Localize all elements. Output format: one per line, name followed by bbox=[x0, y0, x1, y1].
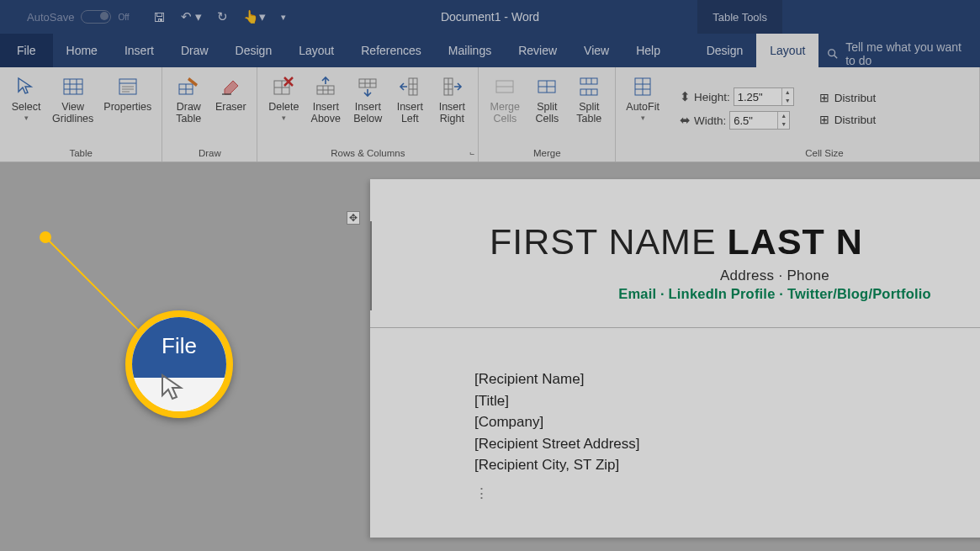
tab-help[interactable]: Help bbox=[622, 34, 674, 67]
height-spin-down[interactable]: ▼ bbox=[782, 97, 793, 105]
autosave-label: AutoSave bbox=[27, 11, 74, 24]
redo-icon[interactable]: ↻ bbox=[217, 9, 228, 24]
width-label: Width: bbox=[694, 114, 726, 127]
split-cells-button[interactable]: Split Cells bbox=[526, 71, 568, 146]
group-draw-label: Draw bbox=[167, 146, 252, 162]
width-spin-down[interactable]: ▼ bbox=[778, 120, 789, 129]
autofit-button[interactable]: AutoFit▾ bbox=[621, 71, 665, 146]
recipient-title-line[interactable]: [Title] bbox=[474, 390, 980, 412]
recipient-city-line[interactable]: [Recipient City, ST Zip] bbox=[474, 454, 980, 476]
col-width-control: ⬌ Width: 6.5" ▲▼ bbox=[680, 111, 794, 130]
tab-layout[interactable]: Layout bbox=[285, 34, 347, 67]
height-spin-up[interactable]: ▲ bbox=[782, 88, 793, 97]
tab-design[interactable]: Design bbox=[222, 34, 286, 67]
svg-point-0 bbox=[829, 50, 835, 56]
width-col-icon: ⬌ bbox=[680, 113, 691, 128]
split-cells-icon bbox=[536, 74, 558, 99]
group-table: Select▾ View Gridlines Properties Table bbox=[0, 67, 162, 162]
group-table-label: Table bbox=[5, 146, 156, 162]
address-phone-line[interactable]: Address · Phone bbox=[490, 268, 980, 284]
group-merge-label: Merge bbox=[484, 146, 610, 162]
delete-table-icon bbox=[273, 74, 294, 99]
tab-references[interactable]: References bbox=[347, 34, 435, 67]
magnified-ribbon-area bbox=[132, 378, 226, 411]
document-title: Document1 - Word bbox=[441, 10, 539, 24]
callout-magnifier: File bbox=[125, 310, 233, 418]
insert-left-button[interactable]: Insert Left bbox=[389, 71, 431, 146]
split-table-button[interactable]: Split Table bbox=[568, 71, 610, 146]
tab-view[interactable]: View bbox=[570, 34, 622, 67]
width-input[interactable]: 6.5" ▲▼ bbox=[729, 111, 790, 130]
overflow-dots-icon: ⋮ bbox=[474, 483, 980, 505]
search-icon bbox=[827, 47, 839, 61]
table-tools-context-label: Table Tools bbox=[697, 0, 782, 34]
svg-rect-41 bbox=[580, 89, 597, 95]
select-button[interactable]: Select▾ bbox=[5, 71, 47, 146]
autosave-toggle[interactable] bbox=[81, 10, 111, 24]
svg-rect-2 bbox=[64, 79, 82, 94]
tab-mailings[interactable]: Mailings bbox=[435, 34, 505, 67]
group-rows-columns-label: Rows & Columns bbox=[262, 146, 473, 162]
row-height-control: ⬍ Height: 1.25" ▲▼ bbox=[680, 87, 794, 106]
table-selector-icon[interactable]: ✥ bbox=[347, 211, 360, 225]
quick-access-toolbar: 🖫 ↶ ▾ ↻ 👆▾ ▾ bbox=[153, 9, 286, 24]
tab-home[interactable]: Home bbox=[53, 34, 111, 67]
delete-button[interactable]: Delete▾ bbox=[262, 71, 305, 146]
tab-review[interactable]: Review bbox=[505, 34, 570, 67]
width-value: 6.5" bbox=[730, 114, 777, 127]
tab-file[interactable]: File bbox=[0, 34, 53, 67]
tell-me-placeholder: Tell me what you want to do bbox=[845, 40, 972, 67]
eraser-button[interactable]: Eraser bbox=[209, 71, 252, 146]
contact-links-line[interactable]: Email · LinkedIn Profile · Twitter/Blog/… bbox=[490, 286, 980, 302]
insert-below-button[interactable]: Insert Below bbox=[347, 71, 389, 146]
insert-above-button[interactable]: Insert Above bbox=[305, 71, 347, 146]
last-name-text: LAST N bbox=[728, 221, 863, 262]
height-label: Height: bbox=[694, 91, 730, 103]
group-draw: Draw Table Eraser Draw bbox=[162, 67, 257, 162]
merge-cells-icon bbox=[494, 74, 516, 99]
tab-insert[interactable]: Insert bbox=[111, 34, 167, 67]
tab-table-design[interactable]: Design bbox=[693, 34, 757, 67]
touch-mode-icon[interactable]: 👆▾ bbox=[243, 9, 266, 24]
select-cursor-icon bbox=[15, 74, 37, 99]
page[interactable]: ✥ FIRST NAME LAST N Address · Phone Emai… bbox=[370, 179, 980, 538]
svg-line-1 bbox=[834, 56, 837, 58]
draw-table-button[interactable]: Draw Table bbox=[167, 71, 209, 146]
view-gridlines-button[interactable]: View Gridlines bbox=[47, 71, 98, 146]
recipient-street-line[interactable]: [Recipient Street Address] bbox=[474, 433, 980, 455]
height-value: 1.25" bbox=[734, 91, 781, 103]
insert-left-icon bbox=[399, 74, 421, 99]
distribute-columns-icon: ⊞ bbox=[819, 113, 829, 126]
recipient-company-line[interactable]: [Company] bbox=[474, 411, 980, 433]
height-input[interactable]: 1.25" ▲▼ bbox=[734, 87, 794, 106]
recipient-name-line[interactable]: [Recipient Name] bbox=[474, 368, 980, 390]
properties-button[interactable]: Properties bbox=[98, 71, 156, 146]
autosave-state: Off bbox=[118, 13, 129, 22]
save-icon[interactable]: 🖫 bbox=[153, 10, 166, 24]
resume-header-block[interactable]: ✥ FIRST NAME LAST N Address · Phone Emai… bbox=[370, 221, 980, 310]
width-spin-up[interactable]: ▲ bbox=[778, 112, 789, 120]
insert-right-button[interactable]: Insert Right bbox=[431, 71, 473, 146]
customize-qa-icon[interactable]: ▾ bbox=[281, 12, 286, 23]
group-rows-columns: Delete▾ Insert Above Insert Below Insert… bbox=[257, 67, 479, 162]
group-cell-size: ⬍ Height: 1.25" ▲▼ ⬌ Width: 6.5" ▲▼ bbox=[670, 67, 980, 162]
distribute-columns-button[interactable]: ⊞ Distribut bbox=[816, 111, 880, 128]
title-bar: AutoSave Off 🖫 ↶ ▾ ↻ 👆▾ ▾ Document1 - Wo… bbox=[0, 0, 980, 34]
group-cell-size-label: Cell Size bbox=[675, 146, 974, 162]
distribute-rows-button[interactable]: ⊞ Distribut bbox=[816, 89, 880, 106]
tell-me-search[interactable]: Tell me what you want to do bbox=[818, 40, 980, 67]
first-name-text: FIRST NAME bbox=[490, 221, 728, 262]
insert-right-icon bbox=[441, 74, 463, 99]
recipient-block[interactable]: [Recipient Name] [Title] [Company] [Reci… bbox=[474, 368, 980, 504]
callout-source-dot bbox=[40, 231, 51, 243]
undo-icon[interactable]: ↶ ▾ bbox=[181, 9, 202, 24]
autosave-control[interactable]: AutoSave Off bbox=[0, 10, 130, 24]
tab-table-layout[interactable]: Layout bbox=[756, 34, 818, 67]
autofit-icon bbox=[632, 74, 654, 99]
group-merge: Merge Cells Split Cells Split Table Merg… bbox=[479, 67, 616, 162]
gridlines-icon bbox=[62, 74, 84, 99]
name-heading[interactable]: FIRST NAME LAST N bbox=[490, 221, 980, 262]
draw-table-icon bbox=[177, 74, 199, 99]
ribbon-tablist: File Home Insert Draw Design Layout Refe… bbox=[0, 34, 980, 67]
tab-draw[interactable]: Draw bbox=[167, 34, 222, 67]
